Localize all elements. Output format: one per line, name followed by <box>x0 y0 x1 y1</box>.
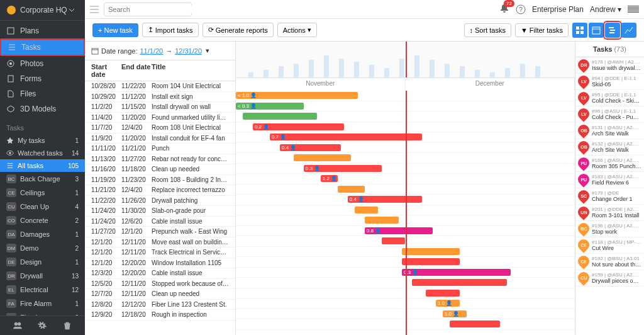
task-card[interactable]: OB#132 | @ASU | A2.01-2Arch Site Walk <box>575 139 644 156</box>
task-card[interactable]: CU#159 | @ASU | A2.01-1Drywall pieces on… <box>575 270 644 287</box>
table-row[interactable]: 12/1/2012/20/20Window Installation 1105 <box>85 258 235 269</box>
table-row[interactable]: 11/16/2011/18/20Clean up needed <box>85 164 235 175</box>
task-card[interactable]: CE#118 | @ASU | MP-2.1Cut Wire <box>575 237 644 254</box>
actions-menu[interactable]: Actions ▾ <box>277 23 317 37</box>
date-to[interactable]: 12/31/20 <box>175 47 202 55</box>
task-card[interactable]: BC#196 | @ASU | A2.01-1Stop work <box>575 221 644 237</box>
trash-icon[interactable] <box>63 321 72 330</box>
gantt-bar[interactable] <box>294 154 352 161</box>
table-row[interactable]: 11/9/2011/20/20Install conduit for EF-4 … <box>85 133 235 144</box>
table-row[interactable]: 11/27/2012/1/20Prepunch walk - East Wing <box>85 227 235 237</box>
gantt-bar[interactable] <box>382 237 406 244</box>
category-cu[interactable]: CUClean Up4 <box>0 200 85 213</box>
date-range-picker[interactable]: Date range: 11/1/20 → 12/31/20 ▾ <box>85 42 235 60</box>
category-dr[interactable]: DRDrywall13 <box>0 269 85 283</box>
task-card[interactable]: SC#179 | @DEChange Order 1 <box>575 188 644 205</box>
category-dm[interactable]: DMDemo2 <box>0 241 85 255</box>
gantt-bar[interactable]: 0.3 👤 <box>304 165 382 172</box>
gantt-bar[interactable]: 1.2 👤 <box>321 175 338 182</box>
category-da[interactable]: DADamages1 <box>0 227 85 241</box>
org-switcher[interactable]: Corporate HQ <box>0 0 85 21</box>
gantt-bar[interactable]: 1.0 👤 <box>436 300 460 307</box>
category-el[interactable]: ELElectrical12 <box>0 283 85 297</box>
table-row[interactable]: 11/4/2011/20/20Found unmarked utility li… <box>85 113 235 123</box>
task-card[interactable]: PU#183 | @ASU | A2.01-1Field Review 6 <box>575 172 644 188</box>
task-card[interactable]: DR#178 | @AWH | A2.01-2Issue with drywal… <box>575 57 644 74</box>
gantt-bar[interactable] <box>426 290 460 297</box>
gantt-bar[interactable]: 0.8 👤 <box>365 227 433 234</box>
view-gantt-button[interactable] <box>605 23 620 38</box>
category-fl[interactable]: FLFlooring2 <box>0 310 85 315</box>
category-ce[interactable]: CECeilings1 <box>0 186 85 200</box>
col-end[interactable]: End date <box>121 63 152 78</box>
nav-plans[interactable]: Plans <box>0 23 85 38</box>
task-card[interactable]: OB#131 | @ASU | A2.01-1Arch Site Walk <box>575 123 644 139</box>
filter-tasks-button[interactable]: ▼ Filter tasks <box>515 23 569 37</box>
nav-tasks[interactable]: Tasks <box>0 38 85 56</box>
view-chart-button[interactable] <box>621 23 636 38</box>
gantt-bar[interactable]: < 0.3 👤 <box>236 103 304 110</box>
table-row[interactable]: 12/9/2012/18/20Rough in inspection <box>85 310 235 321</box>
category-bc[interactable]: BCBack Charge3 <box>0 172 85 186</box>
gantt-bar[interactable]: < 1.0 👤 <box>236 92 358 99</box>
table-row[interactable]: 12/3/2012/20/20Cable install issue <box>85 268 235 279</box>
nav-photos[interactable]: Photos <box>0 56 85 71</box>
gantt-bar[interactable] <box>355 207 379 213</box>
table-row[interactable]: 11/11/2011/21/20Punch <box>85 144 235 154</box>
table-row[interactable]: 11/19/2011/23/20Room 108 - Building 2 In… <box>85 175 235 186</box>
table-row[interactable]: 11/22/2011/26/20Drywall patching <box>85 196 235 207</box>
search-input[interactable] <box>108 6 195 13</box>
user-menu[interactable]: Andrew ▾ <box>590 5 621 14</box>
col-title[interactable]: Title <box>152 63 229 78</box>
view-grid-button[interactable] <box>572 23 587 38</box>
task-card[interactable]: LV#96 | @ASU | E-1.1Cold Check - Punch l… <box>575 106 644 123</box>
table-row[interactable]: 11/13/2011/27/20Rebar not ready for conc… <box>85 154 235 165</box>
nav-forms[interactable]: Forms <box>0 71 85 86</box>
view-calendar-button[interactable] <box>589 23 604 38</box>
gantt-overview[interactable] <box>236 42 575 78</box>
menu-icon[interactable] <box>90 5 99 14</box>
gantt-bar[interactable]: 0.2 👤 <box>253 123 345 130</box>
new-task-button[interactable]: + New task <box>92 23 138 37</box>
gantt-bar[interactable] <box>412 279 507 286</box>
table-row[interactable]: 12/7/2012/11/20Clean up needed <box>85 289 235 300</box>
quick-all-tasks[interactable]: All tasks105 <box>0 159 85 172</box>
gantt-bar[interactable]: 0.3 👤 <box>402 269 510 276</box>
nav-files[interactable]: Files <box>0 86 85 101</box>
import-tasks-button[interactable]: ↥Import tasks <box>142 23 199 37</box>
table-row[interactable]: 12/1/2012/11/20Move east wall on buildin… <box>85 237 235 248</box>
gantt-bar[interactable] <box>365 217 399 224</box>
gantt-bar[interactable]: 0.7 👤 <box>270 133 423 140</box>
task-card[interactable]: LV#95 | @DDE | E-1.1Cold Check - Skid-05 <box>575 90 644 106</box>
table-row[interactable]: 12/1/2012/11/20Track Electrical in Servi… <box>85 247 235 258</box>
table-row[interactable]: 11/7/2012/4/20Room 108 Unit Electrical <box>85 123 235 133</box>
gantt-bar[interactable]: 0.4 👤 <box>348 196 423 203</box>
task-card[interactable]: LV#94 | @DDE | E-1.1Skid-05 <box>575 74 644 90</box>
category-co[interactable]: COConcrete2 <box>0 213 85 227</box>
col-start[interactable]: Start date <box>91 63 121 78</box>
table-row[interactable]: 10/29/2011/12/20Install exit sign <box>85 92 235 103</box>
gantt-bar[interactable] <box>402 248 460 255</box>
gear-icon[interactable] <box>38 321 47 330</box>
quick-watched-tasks[interactable]: Watched tasks14 <box>0 147 85 159</box>
search-box[interactable] <box>104 3 192 16</box>
gantt-bar[interactable] <box>338 186 365 193</box>
task-card[interactable]: PU#166 | @ASU | A2.01-1Room 305 Punch In… <box>575 156 644 172</box>
quick-my-tasks[interactable]: My tasks1 <box>0 134 85 147</box>
help-icon[interactable]: ? <box>516 4 526 14</box>
gantt-bar[interactable]: 1.0 👤 <box>443 310 467 317</box>
table-row[interactable]: 10/28/2011/22/20Room 104 Unit Electrical <box>85 81 235 92</box>
table-row[interactable]: 11/21/2012/4/20Replace incorrect terrazz… <box>85 185 235 196</box>
table-row[interactable]: 11/24/2012/6/20Cable install issue <box>85 217 235 227</box>
table-row[interactable]: 11/2/2011/15/20Install drywall on wall <box>85 102 235 113</box>
gantt-bar[interactable]: 0.4 👤 <box>280 144 341 151</box>
table-row[interactable]: 12/5/2012/11/20Stopped work because of E… <box>85 279 235 290</box>
gantt-bar[interactable] <box>243 113 318 120</box>
users-icon[interactable] <box>13 321 22 330</box>
gantt-bar[interactable] <box>450 321 501 327</box>
table-row[interactable]: 12/8/2012/12/20Fiber Line 123 Crestent S… <box>85 300 235 310</box>
category-de[interactable]: DEDesign1 <box>0 255 85 269</box>
gantt-bar[interactable] <box>402 258 460 265</box>
category-fa[interactable]: FAFire Alarm1 <box>0 297 85 310</box>
notifications[interactable]: 72 <box>499 3 509 15</box>
